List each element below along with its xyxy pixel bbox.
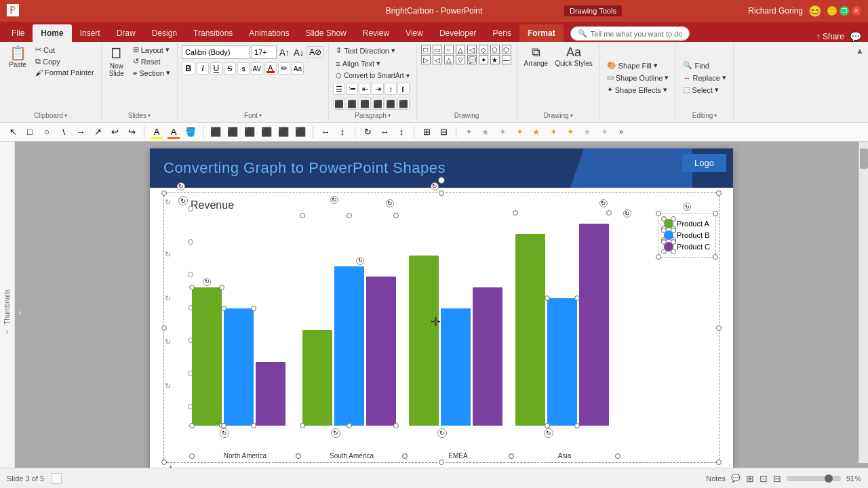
tab-transitions[interactable]: Transitions bbox=[185, 24, 241, 42]
collapse-ribbon-button[interactable]: ▲ bbox=[856, 46, 864, 56]
bar-group-sa-rotate[interactable]: ↻ bbox=[331, 428, 340, 438]
tab-format[interactable]: Format bbox=[519, 24, 564, 42]
view-outline-button[interactable]: ⊡ bbox=[760, 473, 768, 484]
star5-tool[interactable]: ★ bbox=[478, 125, 493, 140]
tab-file[interactable]: File bbox=[3, 24, 33, 42]
font-size-box[interactable]: 17+ bbox=[251, 45, 277, 59]
legend-dot-c-handle-tl[interactable] bbox=[661, 239, 667, 245]
view-normal-button[interactable]: ⊞ bbox=[746, 473, 754, 484]
legend-handle-tr[interactable] bbox=[713, 211, 718, 216]
notes-button[interactable]: Notes bbox=[706, 474, 726, 483]
flip-h-tool[interactable]: ↔ bbox=[377, 125, 392, 140]
editing-expand-icon[interactable]: ▾ bbox=[714, 113, 717, 119]
align-right-tool[interactable]: ⬛ bbox=[242, 125, 257, 140]
font-name-input[interactable] bbox=[182, 45, 250, 59]
bar-group-emea-rotate[interactable]: ↻ bbox=[437, 428, 447, 438]
legend-dot-a-handle-tl[interactable] bbox=[661, 216, 667, 222]
indent-more-button[interactable]: ⇥ bbox=[372, 83, 384, 95]
legend-handle-tl[interactable] bbox=[656, 211, 661, 216]
align-bottom-tool[interactable]: ⬛ bbox=[293, 125, 308, 140]
bar-na-blue-tr[interactable] bbox=[251, 306, 256, 311]
xaxis-na-handle-l[interactable] bbox=[189, 453, 195, 459]
bullets-button[interactable]: ☰ bbox=[333, 83, 345, 95]
scrollbar-thumb[interactable] bbox=[860, 148, 868, 169]
tab-draw[interactable]: Draw bbox=[108, 24, 144, 42]
shape-arrow-u[interactable]: △ bbox=[444, 55, 454, 64]
shape-arrow-l[interactable]: ◁ bbox=[433, 55, 442, 64]
shape-oval[interactable]: ○ bbox=[444, 45, 454, 54]
layout-button[interactable]: ⊞ Layout ▾ bbox=[130, 45, 173, 55]
cut-button[interactable]: ✂ Cut bbox=[33, 45, 97, 55]
shape-callout[interactable]: 💬 bbox=[467, 55, 477, 64]
legend-dot-c-handle-tr[interactable] bbox=[671, 239, 676, 245]
align-center-button[interactable]: ⬛ bbox=[346, 98, 358, 110]
shadow-button[interactable]: s bbox=[237, 62, 250, 75]
sa-handle-tl[interactable] bbox=[300, 213, 305, 218]
star32-tool[interactable]: ✦ bbox=[597, 125, 612, 140]
shape-rtriangle[interactable]: ◁ bbox=[467, 45, 477, 54]
shape-outline-button[interactable]: ▭ Shape Outline ▾ bbox=[604, 73, 672, 83]
tab-slideshow[interactable]: Slide Show bbox=[298, 24, 355, 42]
asia-green-tr[interactable] bbox=[606, 210, 612, 216]
align-center-tool[interactable]: ⬛ bbox=[225, 125, 240, 140]
xaxis-emea-handle-l[interactable] bbox=[402, 453, 408, 459]
align-left-button[interactable]: ⬛ bbox=[333, 98, 345, 110]
shape-hex[interactable]: ⬡ bbox=[502, 45, 511, 54]
star24-tool[interactable]: ★ bbox=[580, 125, 595, 140]
strikethrough-button[interactable]: S bbox=[224, 62, 236, 75]
drawing-expand-icon[interactable]: ▾ bbox=[570, 113, 573, 119]
distribute-h-tool[interactable]: ↔ bbox=[318, 125, 333, 140]
ungroup-tool[interactable]: ⊟ bbox=[436, 125, 451, 140]
paragraph-expand-icon[interactable]: ▾ bbox=[388, 113, 391, 119]
vertical-scrollbar[interactable] bbox=[859, 142, 868, 463]
xaxis-asia-handle-r[interactable] bbox=[615, 453, 620, 459]
sa-handle-bc[interactable] bbox=[347, 423, 352, 428]
align-right-button[interactable]: ⬛ bbox=[359, 98, 371, 110]
zoom-slider-thumb[interactable] bbox=[825, 474, 833, 483]
align-text-button[interactable]: ≡ Align Text ▾ bbox=[333, 58, 383, 68]
logo-button[interactable]: Logo bbox=[682, 154, 726, 172]
legend-dot-c-handle-bl[interactable] bbox=[661, 249, 667, 254]
asia-green-tl[interactable] bbox=[513, 210, 518, 216]
align-middle-tool[interactable]: ⬛ bbox=[276, 125, 291, 140]
shape-line[interactable]: — bbox=[502, 55, 511, 64]
rect-tool[interactable]: □ bbox=[22, 125, 37, 140]
asia-blue-tl[interactable] bbox=[545, 296, 550, 301]
rotate-handle-tc[interactable]: ↻ bbox=[431, 182, 439, 190]
rotate-handle-tm[interactable]: ↻ bbox=[330, 196, 338, 204]
clear-format-button[interactable]: A⊘ bbox=[307, 46, 324, 58]
paste-button[interactable]: 📋 Paste bbox=[4, 45, 31, 70]
slides-expand-icon[interactable]: ▾ bbox=[148, 113, 151, 119]
bar-na-purple[interactable] bbox=[256, 362, 285, 426]
underline-button[interactable]: U bbox=[210, 62, 222, 75]
legend-handle-br[interactable] bbox=[713, 254, 718, 260]
share-button[interactable]: ↑ Share bbox=[816, 32, 844, 41]
star16-tool[interactable]: ✦ bbox=[563, 125, 578, 140]
tab-insert[interactable]: Insert bbox=[72, 24, 108, 42]
font-color-button[interactable]: A bbox=[264, 62, 277, 75]
distribute-v-tool[interactable]: ↕ bbox=[335, 125, 350, 140]
star6-tool[interactable]: ✦ bbox=[495, 125, 510, 140]
text-highlight-button[interactable]: ✏ bbox=[278, 62, 290, 75]
tab-developer[interactable]: Developer bbox=[431, 24, 485, 42]
bar-sa-blue-rotate[interactable]: ↻ bbox=[356, 257, 364, 265]
shape-pent[interactable]: ⬠ bbox=[490, 45, 500, 54]
decrease-font-button[interactable]: A↓ bbox=[292, 47, 305, 58]
columns-button[interactable]: ⫿ bbox=[397, 83, 410, 95]
bar-na-blue[interactable] bbox=[224, 308, 254, 426]
font-color-tool[interactable]: A bbox=[166, 125, 181, 140]
comments-icon[interactable]: 💬 bbox=[850, 31, 861, 42]
shape-rounded-rect[interactable]: ▭ bbox=[433, 45, 442, 54]
left-scroll-arrow[interactable]: ‹ bbox=[18, 307, 22, 318]
shape-star4[interactable]: ✦ bbox=[479, 55, 488, 64]
handle-tr[interactable] bbox=[716, 190, 722, 196]
rotation-handle-top[interactable] bbox=[438, 177, 445, 184]
zoom-level[interactable]: 91% bbox=[846, 474, 861, 483]
rotate-tool[interactable]: ↻ bbox=[360, 125, 375, 140]
more-tools[interactable]: » bbox=[614, 125, 629, 140]
rotate-handle-tm2[interactable]: ↻ bbox=[386, 199, 394, 207]
star4-tool[interactable]: ✦ bbox=[461, 125, 476, 140]
bar-na-green-rotate[interactable]: ↻ bbox=[203, 278, 211, 286]
legend-rotate-top[interactable]: ↻ bbox=[683, 203, 691, 211]
bar-na-green-tr[interactable] bbox=[219, 285, 224, 290]
